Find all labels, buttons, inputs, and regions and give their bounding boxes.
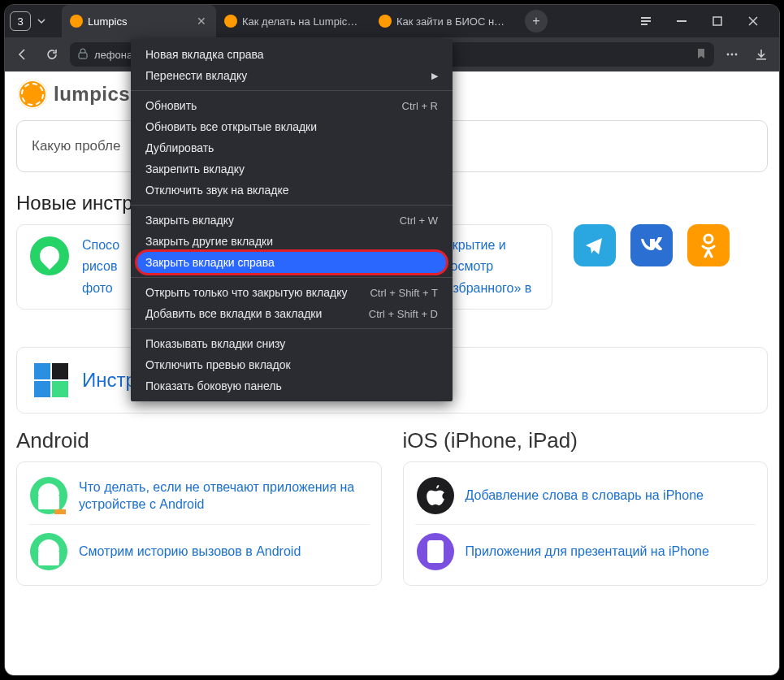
os-collage-icon (33, 362, 69, 398)
svg-rect-5 (79, 53, 87, 58)
android-icon (30, 533, 67, 570)
article-card[interactable]: Спосо рисов фото (16, 224, 138, 310)
search-placeholder: Какую пробле (32, 138, 120, 154)
browser-window: 3 Lumpics ✕ Как делать на Lumpics D Как … (4, 4, 780, 676)
svg-rect-3 (677, 20, 687, 22)
android-heading: Android (16, 428, 382, 453)
shortcut: Ctrl + Shift + T (370, 287, 438, 299)
svg-rect-9 (756, 58, 766, 60)
presentation-icon (417, 533, 454, 570)
android-list: Что делать, если не отвечают приложения … (16, 461, 382, 586)
menu-duplicate[interactable]: Дублировать (131, 137, 453, 158)
shortcut: Ctrl + R (402, 100, 438, 112)
telegram-icon[interactable] (574, 224, 616, 266)
submenu-arrow-icon: ▶ (431, 71, 438, 81)
article-link: Спосо рисов фото (82, 236, 119, 297)
lock-icon (78, 48, 88, 62)
maximize-button[interactable] (703, 8, 732, 34)
menu-reopen-closed[interactable]: Открыть только что закрытую вкладку Ctrl… (131, 282, 453, 303)
menu-sidebar[interactable]: Показать боковую панель (131, 375, 453, 396)
menu-separator (131, 328, 453, 329)
tab-counter-group: 3 (10, 11, 50, 31)
new-tab-button[interactable]: + (525, 10, 548, 32)
ios-column: iOS (iPhone, iPad) Добавление слова в сл… (403, 428, 769, 586)
close-window-button[interactable] (739, 8, 768, 34)
article-link[interactable]: Что делать, если не отвечают приложения … (79, 479, 368, 513)
menu-close-tab[interactable]: Закрыть вкладку Ctrl + W (131, 210, 453, 231)
ios-list: Добавление слова в словарь на iPhone При… (403, 461, 769, 586)
bookmark-icon[interactable] (696, 48, 706, 62)
window-controls (631, 8, 774, 34)
apple-icon (417, 477, 454, 514)
svg-point-6 (727, 54, 730, 56)
favicon-icon (224, 15, 237, 28)
svg-rect-0 (641, 17, 651, 19)
list-item[interactable]: Приложения для презентаций на iPhone (415, 524, 756, 578)
menu-reload-all[interactable]: Обновить все открытые вкладки (131, 116, 453, 137)
menu-mute[interactable]: Отключить звук на вкладке (131, 180, 453, 201)
reload-button[interactable] (41, 43, 63, 66)
shortcut: Ctrl + W (400, 214, 438, 227)
menu-move-tab[interactable]: Перенести вкладку ▶ (131, 65, 453, 86)
svg-point-8 (735, 54, 738, 56)
more-button[interactable] (721, 43, 743, 66)
downloads-button[interactable] (750, 43, 773, 66)
tab-list-dropdown[interactable] (32, 11, 50, 31)
titlebar: 3 Lumpics ✕ Как делать на Lumpics D Как … (5, 5, 779, 37)
tab-close-button[interactable]: ✕ (195, 15, 208, 28)
menu-close-other[interactable]: Закрыть другие вкладки (131, 231, 453, 252)
list-item[interactable]: Что делать, если не отвечают приложения … (28, 469, 370, 522)
favicon-icon (379, 15, 392, 28)
ok-icon[interactable] (687, 224, 730, 266)
svg-rect-4 (713, 17, 721, 25)
svg-rect-1 (641, 20, 651, 22)
tab[interactable]: Как делать на Lumpics D (216, 5, 370, 37)
menu-separator (131, 277, 453, 278)
tab-title: Как зайти в БИОС на н (396, 15, 509, 28)
android-column: Android Что делать, если не отвечают при… (16, 428, 382, 586)
tab-count[interactable]: 3 (10, 11, 31, 31)
back-button[interactable] (11, 43, 34, 66)
menu-tabs-below[interactable]: Показывать вкладки снизу (131, 333, 453, 354)
article-link[interactable]: Приложения для презентаций на iPhone (466, 543, 709, 561)
tab-title: Lumpics (88, 15, 190, 28)
history-button[interactable] (631, 8, 661, 34)
list-item[interactable]: Смотрим историю вызовов в Android (28, 524, 370, 578)
android-icon (30, 477, 67, 514)
minimize-button[interactable] (667, 8, 696, 34)
tab-active[interactable]: Lumpics ✕ (62, 5, 216, 37)
menu-disable-preview[interactable]: Отключить превью вкладок (131, 354, 453, 375)
tab[interactable]: Как зайти в БИОС на н (370, 5, 517, 37)
logo-text: lumpics. (54, 83, 136, 106)
menu-separator (131, 90, 453, 91)
menu-pin[interactable]: Закрепить вкладку (131, 158, 453, 180)
ios-heading: iOS (iPhone, iPad) (403, 428, 769, 453)
vk-icon[interactable] (630, 224, 673, 266)
list-item[interactable]: Добавление слова в словарь на iPhone (415, 469, 756, 522)
tab-strip: Lumpics ✕ Как делать на Lumpics D Как за… (62, 5, 517, 37)
social-links (574, 224, 730, 266)
article-link[interactable]: Смотрим историю вызовов в Android (79, 543, 301, 561)
tab-title: Как делать на Lumpics D (242, 15, 362, 28)
svg-point-7 (731, 54, 734, 56)
menu-bookmark-all[interactable]: Добавить все вкладки в закладки Ctrl + S… (131, 303, 453, 324)
shortcut: Ctrl + Shift + D (369, 308, 438, 320)
article-link[interactable]: Добавление слова в словарь на iPhone (466, 487, 704, 505)
svg-point-10 (704, 235, 713, 243)
menu-close-right[interactable]: Закрыть вкладки справа (131, 252, 453, 273)
menu-separator (131, 205, 453, 206)
menu-reload[interactable]: Обновить Ctrl + R (131, 95, 453, 116)
favicon-icon (70, 15, 83, 28)
svg-rect-2 (641, 24, 648, 25)
tab-context-menu: Новая вкладка справа Перенести вкладку ▶… (131, 39, 453, 401)
whatsapp-icon (30, 236, 69, 275)
logo-icon (18, 80, 47, 109)
menu-new-tab-right[interactable]: Новая вкладка справа (131, 44, 453, 65)
